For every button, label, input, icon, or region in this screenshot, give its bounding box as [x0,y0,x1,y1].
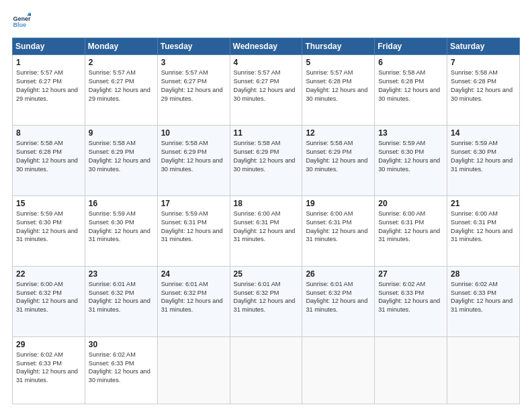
col-thursday: Thursday [302,38,375,55]
day-number: 17 [161,199,226,208]
table-row: 13 Sunrise: 5:59 AM Sunset: 6:30 PM Dayl… [375,125,447,195]
day-number: 6 [378,58,443,67]
table-row: 15 Sunrise: 5:59 AM Sunset: 6:30 PM Dayl… [13,195,85,266]
day-number: 30 [89,340,154,349]
col-monday: Monday [85,38,157,55]
cell-info: Sunrise: 6:00 AM Sunset: 6:31 PM Dayligh… [451,210,516,244]
calendar-header-row: Sunday Monday Tuesday Wednesday Thursday… [13,38,520,55]
calendar-table: Sunday Monday Tuesday Wednesday Thursday… [12,38,520,404]
cell-info: Sunrise: 5:58 AM Sunset: 6:29 PM Dayligh… [161,139,226,174]
table-row: 8 Sunrise: 5:58 AM Sunset: 6:28 PM Dayli… [13,125,85,195]
table-row: 27 Sunrise: 6:02 AM Sunset: 6:33 PM Dayl… [375,266,447,336]
day-number: 4 [234,58,299,67]
day-number: 29 [16,340,81,349]
table-row [157,336,230,404]
day-number: 2 [89,58,154,67]
table-row: 21 Sunrise: 6:00 AM Sunset: 6:31 PM Dayl… [447,195,520,266]
table-row: 5 Sunrise: 5:57 AM Sunset: 6:28 PM Dayli… [302,55,375,126]
table-row: 7 Sunrise: 5:58 AM Sunset: 6:28 PM Dayli… [447,55,520,126]
table-row: 20 Sunrise: 6:00 AM Sunset: 6:31 PM Dayl… [375,195,447,266]
day-number: 28 [451,269,516,279]
cell-info: Sunrise: 6:00 AM Sunset: 6:32 PM Dayligh… [16,280,81,315]
day-number: 24 [161,269,226,279]
day-number: 1 [16,58,81,67]
svg-text:Blue: Blue [13,21,26,28]
table-row [230,336,302,404]
table-row: 1 Sunrise: 5:57 AM Sunset: 6:27 PM Dayli… [13,55,85,126]
table-row: 16 Sunrise: 5:59 AM Sunset: 6:30 PM Dayl… [85,195,157,266]
table-row: 11 Sunrise: 5:58 AM Sunset: 6:29 PM Dayl… [230,125,302,195]
table-row: 3 Sunrise: 5:57 AM Sunset: 6:27 PM Dayli… [157,55,230,126]
col-sunday: Sunday [13,38,85,55]
cell-info: Sunrise: 5:59 AM Sunset: 6:31 PM Dayligh… [161,210,226,244]
day-number: 16 [89,199,154,208]
col-tuesday: Tuesday [157,38,230,55]
cell-info: Sunrise: 6:00 AM Sunset: 6:31 PM Dayligh… [306,210,371,244]
cell-info: Sunrise: 6:02 AM Sunset: 6:33 PM Dayligh… [378,280,443,315]
table-row: 25 Sunrise: 6:01 AM Sunset: 6:32 PM Dayl… [230,266,302,336]
table-row: 9 Sunrise: 5:58 AM Sunset: 6:29 PM Dayli… [85,125,157,195]
page-header: General Blue [12,12,520,31]
cell-info: Sunrise: 6:02 AM Sunset: 6:33 PM Dayligh… [16,351,81,385]
day-number: 12 [306,128,371,138]
cell-info: Sunrise: 5:58 AM Sunset: 6:29 PM Dayligh… [89,139,154,174]
table-row: 17 Sunrise: 5:59 AM Sunset: 6:31 PM Dayl… [157,195,230,266]
table-row: 29 Sunrise: 6:02 AM Sunset: 6:33 PM Dayl… [13,336,85,404]
table-row: 10 Sunrise: 5:58 AM Sunset: 6:29 PM Dayl… [157,125,230,195]
cell-info: Sunrise: 5:57 AM Sunset: 6:28 PM Dayligh… [306,68,371,103]
table-row: 26 Sunrise: 6:01 AM Sunset: 6:32 PM Dayl… [302,266,375,336]
cell-info: Sunrise: 5:57 AM Sunset: 6:27 PM Dayligh… [161,68,226,103]
day-number: 7 [451,58,516,67]
day-number: 21 [451,199,516,208]
day-number: 8 [16,128,81,138]
cell-info: Sunrise: 5:58 AM Sunset: 6:29 PM Dayligh… [306,139,371,174]
day-number: 26 [306,269,371,279]
cell-info: Sunrise: 6:01 AM Sunset: 6:32 PM Dayligh… [234,280,299,315]
cell-info: Sunrise: 5:59 AM Sunset: 6:30 PM Dayligh… [16,210,81,244]
table-row: 28 Sunrise: 6:02 AM Sunset: 6:33 PM Dayl… [447,266,520,336]
cell-info: Sunrise: 5:59 AM Sunset: 6:30 PM Dayligh… [89,210,154,244]
table-row: 12 Sunrise: 5:58 AM Sunset: 6:29 PM Dayl… [302,125,375,195]
cell-info: Sunrise: 5:58 AM Sunset: 6:28 PM Dayligh… [16,139,81,174]
day-number: 18 [234,199,299,208]
cell-info: Sunrise: 5:58 AM Sunset: 6:28 PM Dayligh… [378,68,443,103]
day-number: 22 [16,269,81,279]
day-number: 11 [234,128,299,138]
calendar-page: General Blue Sunday Monday Tuesday Wedne… [0,0,532,411]
day-number: 3 [161,58,226,67]
day-number: 9 [89,128,154,138]
day-number: 27 [378,269,443,279]
cell-info: Sunrise: 6:01 AM Sunset: 6:32 PM Dayligh… [161,280,226,315]
table-row: 30 Sunrise: 6:02 AM Sunset: 6:33 PM Dayl… [85,336,157,404]
day-number: 23 [89,269,154,279]
day-number: 19 [306,199,371,208]
cell-info: Sunrise: 5:57 AM Sunset: 6:27 PM Dayligh… [234,68,299,103]
day-number: 25 [234,269,299,279]
cell-info: Sunrise: 5:57 AM Sunset: 6:27 PM Dayligh… [89,68,154,103]
cell-info: Sunrise: 5:59 AM Sunset: 6:30 PM Dayligh… [378,139,443,174]
cell-info: Sunrise: 6:00 AM Sunset: 6:31 PM Dayligh… [234,210,299,244]
table-row: 24 Sunrise: 6:01 AM Sunset: 6:32 PM Dayl… [157,266,230,336]
day-number: 15 [16,199,81,208]
cell-info: Sunrise: 6:02 AM Sunset: 6:33 PM Dayligh… [89,351,154,385]
logo: General Blue [12,12,34,31]
col-friday: Friday [375,38,447,55]
table-row: 6 Sunrise: 5:58 AM Sunset: 6:28 PM Dayli… [375,55,447,126]
svg-text:General: General [13,15,31,22]
table-row [302,336,375,404]
table-row [447,336,520,404]
col-saturday: Saturday [447,38,520,55]
cell-info: Sunrise: 5:59 AM Sunset: 6:30 PM Dayligh… [451,139,516,174]
table-row: 18 Sunrise: 6:00 AM Sunset: 6:31 PM Dayl… [230,195,302,266]
table-row [375,336,447,404]
cell-info: Sunrise: 5:57 AM Sunset: 6:27 PM Dayligh… [16,68,81,103]
table-row: 22 Sunrise: 6:00 AM Sunset: 6:32 PM Dayl… [13,266,85,336]
day-number: 20 [378,199,443,208]
table-row: 2 Sunrise: 5:57 AM Sunset: 6:27 PM Dayli… [85,55,157,126]
day-number: 14 [451,128,516,138]
day-number: 10 [161,128,226,138]
cell-info: Sunrise: 6:01 AM Sunset: 6:32 PM Dayligh… [306,280,371,315]
logo-icon: General Blue [12,12,31,31]
cell-info: Sunrise: 5:58 AM Sunset: 6:28 PM Dayligh… [451,68,516,103]
col-wednesday: Wednesday [230,38,302,55]
